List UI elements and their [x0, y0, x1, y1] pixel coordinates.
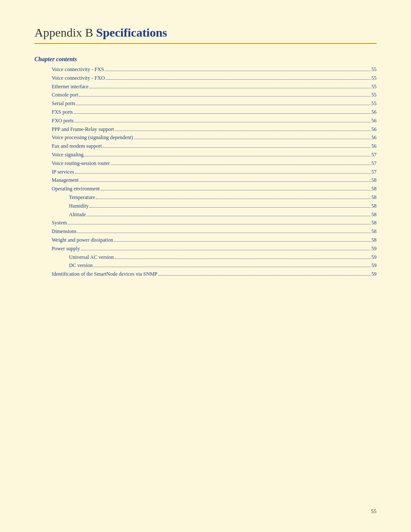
toc-dots: [81, 250, 371, 250]
toc-dots: [93, 267, 371, 267]
toc-label: Temperature: [69, 193, 95, 202]
toc-label: Ethernet interface: [52, 83, 89, 91]
toc-page: 59: [371, 270, 377, 279]
appendix-prefix: Appendix B: [34, 26, 96, 39]
toc-page: 56: [371, 117, 377, 125]
toc-item: Management58: [34, 176, 377, 185]
toc-dots: [90, 88, 371, 88]
appendix-title: Appendix B Specifications: [34, 26, 377, 40]
toc-dots: [75, 122, 371, 122]
toc-item: IP services57: [34, 168, 377, 177]
toc-page: 55: [371, 91, 377, 100]
toc-dots: [105, 71, 371, 71]
toc-dots: [158, 275, 371, 276]
toc-page: 55: [371, 83, 377, 91]
toc-page: 58: [371, 202, 377, 211]
page: Appendix B Specifications Chapter conten…: [0, 0, 411, 532]
toc-page: 56: [371, 125, 377, 134]
toc-label: Fax and modem support: [52, 142, 102, 151]
toc-dots: [134, 139, 371, 139]
toc-page: 58: [371, 211, 377, 219]
toc-label: Altitude: [69, 211, 86, 219]
chapter-contents-section: Chapter contents Voice connectivity - FX…: [34, 56, 377, 279]
toc-label: Voice signaling: [52, 151, 84, 159]
toc-dots: [76, 105, 371, 105]
toc-label: Voice connectivity - FXS: [52, 65, 104, 74]
toc-page: 56: [371, 134, 377, 142]
toc-label: Weight and power dissipation: [52, 236, 113, 245]
toc-dots: [79, 96, 371, 96]
toc-page: 55: [371, 74, 377, 83]
toc-item: Dimensions58: [34, 227, 377, 236]
toc-dots: [87, 216, 371, 216]
toc-item: PPP and Frame-Relay support56: [34, 125, 377, 134]
toc-label: Operating environment: [52, 185, 100, 193]
toc-page: 57: [371, 168, 377, 177]
toc-page: 57: [371, 151, 377, 159]
toc-item: Fax and modem support56: [34, 142, 377, 151]
toc-item: Weight and power dissipation58: [34, 236, 377, 245]
toc-item: Identification of the SmartNode devices …: [34, 270, 377, 279]
toc-label: PPP and Frame-Relay support: [52, 125, 114, 134]
toc-dots: [115, 131, 371, 131]
toc-label: IP services: [52, 168, 74, 177]
toc-page: 55: [371, 100, 377, 108]
toc-item: Voice connectivity - FXO55: [34, 74, 377, 83]
toc-label: Voice connectivity - FXO: [52, 74, 105, 83]
toc-label: Serial ports: [52, 100, 75, 108]
toc-page: 59: [371, 261, 377, 270]
toc-item: Humidity58: [34, 202, 377, 211]
toc-label: Power supply: [52, 245, 80, 253]
toc-page: 58: [371, 185, 377, 193]
toc-page: 58: [371, 193, 377, 202]
toc-item: Voice signaling57: [34, 151, 377, 159]
toc-label: Identification of the SmartNode devices …: [52, 270, 157, 279]
toc-page: 58: [371, 176, 377, 185]
header-section: Appendix B Specifications: [34, 26, 377, 44]
toc-list: Voice connectivity - FXS55Voice connecti…: [34, 65, 377, 279]
toc-page: 55: [371, 65, 377, 74]
toc-dots: [75, 173, 371, 174]
toc-page: 58: [371, 219, 377, 227]
toc-item: Serial ports55: [34, 100, 377, 108]
toc-item: Voice processing (signaling dependent)56: [34, 134, 377, 142]
toc-dots: [111, 165, 371, 165]
toc-label: System: [52, 219, 67, 227]
toc-page: 59: [371, 253, 377, 262]
toc-dots: [74, 113, 371, 114]
toc-page: 59: [371, 245, 377, 253]
toc-label: Voice processing (signaling dependent): [52, 134, 133, 142]
appendix-specs-title: Specifications: [96, 26, 167, 39]
toc-item: Ethernet interface55: [34, 83, 377, 91]
toc-dots: [80, 181, 371, 182]
toc-item: Operating environment58: [34, 185, 377, 193]
toc-dots: [68, 224, 371, 224]
toc-dots: [101, 190, 371, 190]
toc-dots: [96, 199, 371, 199]
toc-page: 56: [371, 142, 377, 151]
toc-item: FXS ports56: [34, 108, 377, 117]
toc-dots: [84, 156, 371, 156]
toc-label: FXO ports: [52, 117, 74, 125]
toc-item: FXO ports56: [34, 117, 377, 125]
toc-label: DC version: [69, 261, 93, 270]
toc-page: 56: [371, 108, 377, 117]
toc-dots: [115, 258, 371, 259]
toc-item: Console port55: [34, 91, 377, 100]
toc-dots: [77, 233, 371, 233]
toc-label: Humidity: [69, 202, 89, 211]
toc-item: Universal AC version59: [34, 253, 377, 262]
toc-dots: [103, 147, 371, 148]
toc-item: Temperature58: [34, 193, 377, 202]
toc-dots: [90, 207, 371, 208]
toc-page: 58: [371, 227, 377, 236]
toc-page: 58: [371, 236, 377, 245]
toc-dots: [106, 79, 371, 80]
toc-label: Management: [52, 176, 79, 185]
toc-label: Console port: [52, 91, 78, 100]
toc-label: Universal AC version: [69, 253, 114, 262]
toc-item: Voice routing-session router57: [34, 159, 377, 168]
toc-label: Voice routing-session router: [52, 159, 110, 168]
toc-label: FXS ports: [52, 108, 73, 117]
toc-dots: [114, 241, 371, 242]
